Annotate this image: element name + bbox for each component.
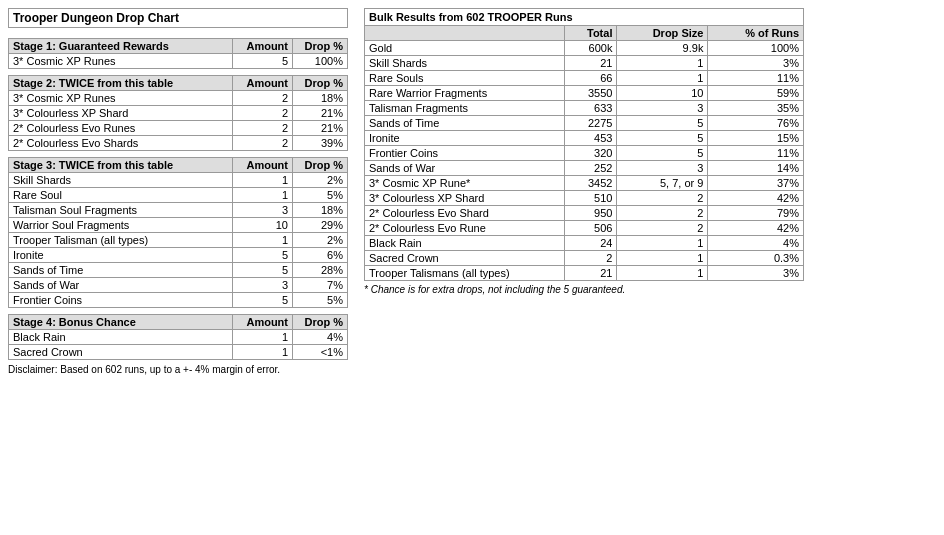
stage1-drop-col: Drop % (293, 39, 348, 54)
table-row: 3* Colourless XP Shard 510 2 42% (365, 191, 804, 206)
item-amount: 5 (233, 263, 293, 278)
item-name: Frontier Coins (365, 146, 565, 161)
item-drop: 39% (293, 136, 348, 151)
stage1-header-label: Stage 1: Guaranteed Rewards (9, 39, 233, 54)
item-drop: 2% (293, 233, 348, 248)
item-drop: <1% (293, 345, 348, 360)
item-name: 2* Colourless Evo Shard (365, 206, 565, 221)
stage3-drop-col: Drop % (293, 158, 348, 173)
item-drop: 5% (293, 293, 348, 308)
page-title: Trooper Dungeon Drop Chart (8, 8, 348, 28)
item-name: 3* Cosmic XP Runes (9, 91, 233, 106)
item-total: 633 (565, 101, 617, 116)
item-pct: 42% (708, 191, 804, 206)
item-amount: 5 (233, 54, 293, 69)
table-row: 2* Colourless Evo Shards 2 39% (9, 136, 348, 151)
item-drop: 5% (293, 188, 348, 203)
item-name: Talisman Fragments (365, 101, 565, 116)
stage4-amount-col: Amount (233, 315, 293, 330)
item-total: 320 (565, 146, 617, 161)
col-dropsize: Drop Size (617, 26, 708, 41)
item-name: 3* Colourless XP Shard (365, 191, 565, 206)
item-total: 21 (565, 266, 617, 281)
item-amount: 2 (233, 136, 293, 151)
stage2-header-row: Stage 2: TWICE from this table Amount Dr… (9, 76, 348, 91)
table-row: 2* Colourless Evo Runes 2 21% (9, 121, 348, 136)
item-drop: 18% (293, 203, 348, 218)
disclaimer-text: Disclaimer: Based on 602 runs, up to a +… (8, 364, 348, 375)
table-row: Sacred Crown 2 1 0.3% (365, 251, 804, 266)
item-amount: 5 (233, 293, 293, 308)
table-row: Talisman Soul Fragments 3 18% (9, 203, 348, 218)
bulk-footnote: * Chance is for extra drops, not includi… (364, 284, 804, 295)
item-amount: 3 (233, 278, 293, 293)
col-total: Total (565, 26, 617, 41)
item-amount: 3 (233, 203, 293, 218)
item-pct: 59% (708, 86, 804, 101)
col-item (365, 26, 565, 41)
item-dropsize: 5 (617, 146, 708, 161)
table-row: 2* Colourless Evo Rune 506 2 42% (365, 221, 804, 236)
item-name: 2* Colourless Evo Rune (365, 221, 565, 236)
table-row: Sands of Time 2275 5 76% (365, 116, 804, 131)
stage1-header-row: Stage 1: Guaranteed Rewards Amount Drop … (9, 39, 348, 54)
item-name: Sands of War (9, 278, 233, 293)
item-total: 506 (565, 221, 617, 236)
item-dropsize: 1 (617, 236, 708, 251)
item-total: 600k (565, 41, 617, 56)
table-row: 2* Colourless Evo Shard 950 2 79% (365, 206, 804, 221)
main-container: Trooper Dungeon Drop Chart Stage 1: Guar… (8, 8, 936, 375)
item-total: 950 (565, 206, 617, 221)
item-total: 3550 (565, 86, 617, 101)
item-name: Sacred Crown (9, 345, 233, 360)
table-row: Black Rain 24 1 4% (365, 236, 804, 251)
item-name: 2* Colourless Evo Runes (9, 121, 233, 136)
item-dropsize: 5 (617, 131, 708, 146)
item-amount: 5 (233, 248, 293, 263)
item-name: Black Rain (9, 330, 233, 345)
item-name: Sands of Time (9, 263, 233, 278)
stage4-header-row: Stage 4: Bonus Chance Amount Drop % (9, 315, 348, 330)
item-drop: 28% (293, 263, 348, 278)
item-total: 2275 (565, 116, 617, 131)
item-total: 24 (565, 236, 617, 251)
bulk-results-table: Bulk Results from 602 TROOPER Runs Total… (364, 8, 804, 281)
item-pct: 11% (708, 146, 804, 161)
item-dropsize: 3 (617, 101, 708, 116)
item-dropsize: 1 (617, 266, 708, 281)
stage4-header-label: Stage 4: Bonus Chance (9, 315, 233, 330)
item-name: Rare Soul (9, 188, 233, 203)
stage3-header-label: Stage 3: TWICE from this table (9, 158, 233, 173)
table-row: Warrior Soul Fragments 10 29% (9, 218, 348, 233)
item-drop: 6% (293, 248, 348, 263)
item-pct: 42% (708, 221, 804, 236)
bulk-title-row: Bulk Results from 602 TROOPER Runs (365, 9, 804, 26)
item-name: 2* Colourless Evo Shards (9, 136, 233, 151)
stage3-table: Stage 3: TWICE from this table Amount Dr… (8, 157, 348, 308)
item-dropsize: 2 (617, 221, 708, 236)
item-total: 21 (565, 56, 617, 71)
item-dropsize: 9.9k (617, 41, 708, 56)
item-amount: 2 (233, 121, 293, 136)
item-dropsize: 3 (617, 161, 708, 176)
item-drop: 21% (293, 121, 348, 136)
item-drop: 29% (293, 218, 348, 233)
item-pct: 79% (708, 206, 804, 221)
item-amount: 1 (233, 330, 293, 345)
table-row: Skill Shards 1 2% (9, 173, 348, 188)
item-dropsize: 2 (617, 206, 708, 221)
item-amount: 1 (233, 233, 293, 248)
item-dropsize: 1 (617, 251, 708, 266)
table-row: Rare Souls 66 1 11% (365, 71, 804, 86)
item-total: 453 (565, 131, 617, 146)
item-amount: 1 (233, 188, 293, 203)
item-amount: 1 (233, 345, 293, 360)
item-drop: 21% (293, 106, 348, 121)
item-name: Trooper Talisman (all types) (9, 233, 233, 248)
table-row: 3* Cosmic XP Runes 2 18% (9, 91, 348, 106)
item-name: Black Rain (365, 236, 565, 251)
stage1-table: Stage 1: Guaranteed Rewards Amount Drop … (8, 38, 348, 69)
item-name: Frontier Coins (9, 293, 233, 308)
item-total: 510 (565, 191, 617, 206)
table-row: Skill Shards 21 1 3% (365, 56, 804, 71)
